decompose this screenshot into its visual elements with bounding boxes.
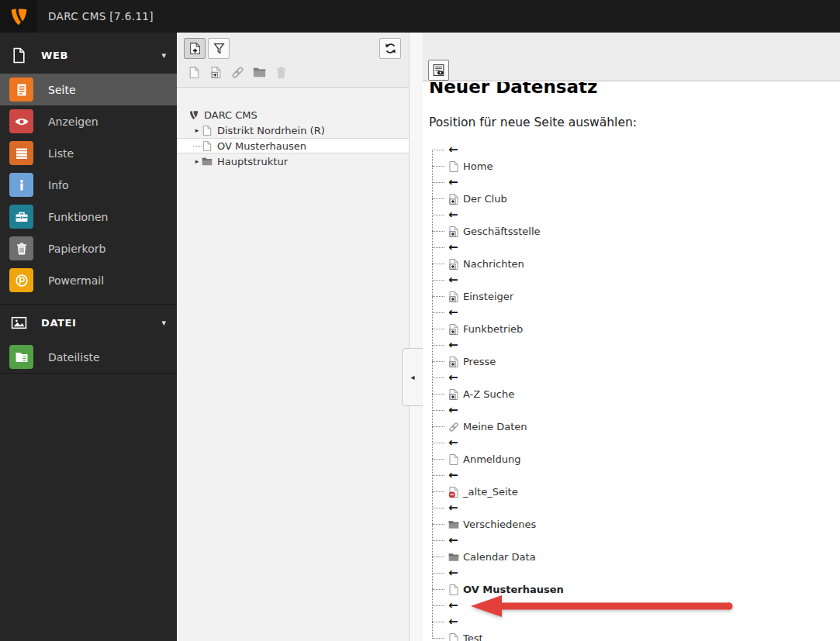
shortcut-page-icon (448, 290, 460, 303)
page-icon[interactable] (188, 66, 201, 79)
sidebar-item[interactable]: Seite (0, 74, 177, 105)
insert-position-arrow[interactable]: ← (448, 177, 458, 188)
drag-new-page-row (188, 66, 288, 79)
panel-splitter[interactable]: ◂ (409, 33, 423, 641)
insert-position-arrow[interactable]: ← (448, 307, 458, 319)
insert-position-arrow[interactable]: ← (448, 535, 458, 546)
sidebar-item[interactable]: Funktionen (0, 201, 177, 233)
position-row: ← (429, 305, 840, 321)
insert-position-arrow[interactable]: ← (448, 209, 458, 221)
page-tree-toolbar (177, 33, 409, 88)
tree-connector (432, 638, 444, 639)
page-title: Neuer Datensatz (429, 82, 840, 98)
expand-arrow-icon[interactable]: ▸ (192, 157, 202, 165)
tree-node[interactable]: ▸ OV Musterhausen (177, 138, 409, 153)
shortcut-page-icon (448, 257, 460, 271)
sidebar-section-label: DATEI (41, 317, 76, 329)
new-page-button[interactable] (184, 38, 206, 59)
shortcut-page-icon (448, 225, 460, 238)
position-row: ← (429, 207, 840, 223)
filelist-module-icon (9, 345, 33, 369)
sidebar-section-header-datei[interactable]: DATEI ▾ (0, 305, 177, 341)
typo3-logo-icon[interactable] (0, 0, 37, 33)
list-module-icon (9, 141, 33, 165)
insert-position-arrow[interactable]: ← (448, 437, 458, 449)
trash-icon[interactable] (275, 66, 288, 79)
refresh-button[interactable] (379, 38, 401, 59)
sidebar-item[interactable]: Liste (0, 137, 177, 169)
folder-icon (448, 550, 460, 563)
tree-node[interactable]: ▸ Hauptstruktur (177, 153, 409, 169)
insert-position-arrow[interactable]: ← (448, 616, 458, 628)
tree-connector (432, 345, 444, 346)
position-row: ← Der Club (429, 191, 840, 207)
sidebar-section-header-web[interactable]: WEB ▾ (0, 37, 177, 74)
app-title: DARC CMS [7.6.11] (48, 0, 154, 33)
sidebar-item-label: Seite (48, 84, 76, 96)
insert-position-arrow[interactable]: ← (448, 274, 458, 286)
link-icon[interactable] (231, 66, 244, 79)
sidebar-item[interactable]: Info (0, 169, 177, 201)
insert-position-arrow[interactable]: ← (448, 242, 458, 253)
page-icon (202, 140, 213, 152)
position-page-label: Meine Daten (463, 421, 527, 433)
sidebar-items-datei: Dateiliste (0, 341, 177, 374)
recycler-module-icon (9, 236, 33, 260)
position-page-label: Verschiedenes (463, 519, 536, 530)
insert-position-arrow[interactable]: ← (448, 144, 458, 156)
typo3-root-icon (188, 109, 200, 121)
tree-node-label: DARC CMS (204, 109, 258, 121)
position-page-label: _alte_Seite (463, 486, 518, 498)
sidebar-item[interactable]: Powermail (0, 264, 177, 296)
insert-position-arrow[interactable]: ← (448, 372, 458, 384)
tree-connector (432, 296, 444, 297)
chevron-down-icon: ▾ (161, 318, 166, 328)
position-row: ← A-Z Suche (429, 386, 840, 402)
shortcut-page-icon[interactable] (209, 66, 223, 79)
position-row: ← Geschäftsstelle (429, 223, 840, 240)
filter-button[interactable] (208, 38, 230, 59)
sidebar-item-label: Liste (48, 147, 74, 160)
position-row: ← _alte_Seite (429, 484, 840, 500)
position-page-label: Der Club (463, 193, 507, 205)
insert-position-arrow[interactable]: ← (448, 600, 458, 612)
insert-position-arrow[interactable]: ← (448, 502, 458, 514)
expand-arrow-icon[interactable]: ▸ (192, 126, 202, 134)
tree-connector (432, 361, 444, 362)
position-page-label: Funkbetrieb (463, 323, 523, 335)
sidebar-item-label: Info (48, 179, 69, 191)
insert-position-arrow[interactable]: ← (448, 470, 458, 481)
view-record-button[interactable] (428, 60, 449, 81)
sidebar-item[interactable]: Anzeigen (0, 105, 177, 137)
position-row: ← (429, 598, 840, 614)
tree-connector (432, 540, 444, 541)
insert-position-arrow[interactable]: ← (448, 339, 458, 351)
tree-node[interactable]: ▸ Distrikt Nordrhein (R) (177, 122, 409, 138)
position-page-label: OV Musterhausen (463, 584, 564, 595)
page-icon (448, 160, 460, 173)
position-page-label: A-Z Suche (463, 388, 514, 400)
tree-connector (432, 459, 444, 460)
position-map: ← ← Home ← ← (429, 142, 840, 641)
sidebar-item[interactable]: Papierkorb (0, 233, 177, 264)
position-row: ← Verschiedenes (429, 516, 840, 532)
sidebar-item[interactable]: Dateiliste (0, 341, 177, 373)
position-row: ← (429, 467, 840, 484)
tree-connector (432, 329, 444, 329)
tree-node-label: Distrikt Nordrhein (R) (217, 125, 325, 136)
tree-connector (432, 280, 444, 281)
folder-icon[interactable] (253, 66, 266, 79)
shortcut-page-icon (448, 322, 460, 336)
tree-connector (432, 443, 444, 443)
tree-node[interactable]: ▸ DARC CMS (177, 107, 409, 122)
insert-position-arrow[interactable]: ← (448, 405, 458, 416)
collapse-tree-button[interactable]: ◂ (402, 348, 423, 406)
page-tree: ▸ DARC CMS ▸ Distrikt Nordrhein (R) ▸ OV… (177, 88, 409, 169)
tree-connector (432, 166, 444, 167)
tree-connector (432, 622, 444, 622)
position-page-label: Geschäftsstelle (463, 226, 541, 237)
position-row: ← Nachrichten (429, 256, 840, 272)
chevron-left-icon: ◂ (410, 373, 414, 381)
insert-position-arrow[interactable]: ← (448, 567, 458, 579)
position-row: ← (429, 402, 840, 419)
